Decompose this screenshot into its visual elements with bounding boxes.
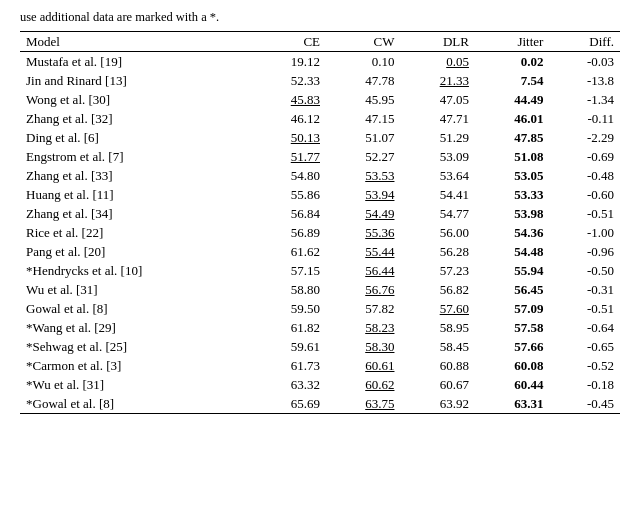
table-row: Engstrom et al. [7]51.7752.2753.0951.08-… [20,147,620,166]
cell-cw: 55.36 [326,223,400,242]
cell-ce: 61.62 [252,242,326,261]
cell-dlr: 56.82 [400,280,474,299]
cell-dlr: 54.41 [400,185,474,204]
cell-ce: 63.32 [252,375,326,394]
cell-cw: 47.78 [326,71,400,90]
cell-ce: 45.83 [252,90,326,109]
cell-cw: 54.49 [326,204,400,223]
cell-model: Mustafa et al. [19] [20,52,252,72]
cell-dlr: 58.95 [400,318,474,337]
table-row: Rice et al. [22]56.8955.3656.0054.36-1.0… [20,223,620,242]
cell-jitter: 57.58 [475,318,549,337]
cell-diff: -0.45 [549,394,620,414]
cell-ce: 61.82 [252,318,326,337]
cell-model: Wong et al. [30] [20,90,252,109]
col-header-ce: CE [252,32,326,52]
cell-model: Gowal et al. [8] [20,299,252,318]
col-header-dlr: DLR [400,32,474,52]
cell-ce: 61.73 [252,356,326,375]
cell-jitter: 0.02 [475,52,549,72]
cell-ce: 58.80 [252,280,326,299]
cell-jitter: 60.44 [475,375,549,394]
cell-cw: 58.23 [326,318,400,337]
table-note: use additional data are marked with a *. [20,10,620,25]
cell-model: *Sehwag et al. [25] [20,337,252,356]
cell-cw: 58.30 [326,337,400,356]
col-header-diff: Diff. [549,32,620,52]
cell-diff: -0.65 [549,337,620,356]
cell-dlr: 53.09 [400,147,474,166]
cell-jitter: 63.31 [475,394,549,414]
col-header-model: Model [20,32,252,52]
cell-diff: -0.18 [549,375,620,394]
cell-diff: -0.31 [549,280,620,299]
table-row: Zhang et al. [34]56.8454.4954.7753.98-0.… [20,204,620,223]
cell-jitter: 51.08 [475,147,549,166]
cell-dlr: 56.00 [400,223,474,242]
cell-diff: -13.8 [549,71,620,90]
cell-cw: 51.07 [326,128,400,147]
cell-diff: -1.00 [549,223,620,242]
cell-diff: -0.48 [549,166,620,185]
cell-cw: 60.61 [326,356,400,375]
cell-dlr: 21.33 [400,71,474,90]
col-header-cw: CW [326,32,400,52]
cell-model: Pang et al. [20] [20,242,252,261]
table-row: Zhang et al. [32]46.1247.1547.7146.01-0.… [20,109,620,128]
cell-ce: 19.12 [252,52,326,72]
cell-model: Zhang et al. [33] [20,166,252,185]
cell-cw: 52.27 [326,147,400,166]
cell-jitter: 7.54 [475,71,549,90]
cell-diff: -0.51 [549,299,620,318]
table-row: Wu et al. [31]58.8056.7656.8256.45-0.31 [20,280,620,299]
cell-diff: -0.52 [549,356,620,375]
col-header-jitter: Jitter [475,32,549,52]
cell-diff: -1.34 [549,90,620,109]
cell-cw: 47.15 [326,109,400,128]
cell-cw: 55.44 [326,242,400,261]
cell-ce: 56.89 [252,223,326,242]
cell-jitter: 53.33 [475,185,549,204]
cell-jitter: 55.94 [475,261,549,280]
cell-cw: 63.75 [326,394,400,414]
cell-dlr: 51.29 [400,128,474,147]
table-row: *Hendrycks et al. [10]57.1556.4457.2355.… [20,261,620,280]
cell-ce: 56.84 [252,204,326,223]
cell-model: *Gowal et al. [8] [20,394,252,414]
table-row: *Gowal et al. [8]65.6963.7563.9263.31-0.… [20,394,620,414]
cell-diff: -0.50 [549,261,620,280]
cell-diff: -0.03 [549,52,620,72]
cell-diff: -0.51 [549,204,620,223]
cell-cw: 45.95 [326,90,400,109]
cell-model: Jin and Rinard [13] [20,71,252,90]
cell-ce: 46.12 [252,109,326,128]
cell-dlr: 53.64 [400,166,474,185]
table-row: *Carmon et al. [3]61.7360.6160.8860.08-0… [20,356,620,375]
cell-dlr: 56.28 [400,242,474,261]
cell-dlr: 60.88 [400,356,474,375]
cell-dlr: 54.77 [400,204,474,223]
cell-dlr: 0.05 [400,52,474,72]
cell-ce: 57.15 [252,261,326,280]
cell-cw: 57.82 [326,299,400,318]
cell-ce: 52.33 [252,71,326,90]
table-row: Pang et al. [20]61.6255.4456.2854.48-0.9… [20,242,620,261]
cell-jitter: 57.66 [475,337,549,356]
table-row: Zhang et al. [33]54.8053.5353.6453.05-0.… [20,166,620,185]
cell-jitter: 47.85 [475,128,549,147]
results-table: Model CE CW DLR Jitter Diff. Mustafa et … [20,31,620,414]
cell-dlr: 57.60 [400,299,474,318]
cell-diff: -0.60 [549,185,620,204]
table-row: Huang et al. [11]55.8653.9454.4153.33-0.… [20,185,620,204]
cell-cw: 56.76 [326,280,400,299]
cell-cw: 56.44 [326,261,400,280]
cell-ce: 50.13 [252,128,326,147]
cell-jitter: 44.49 [475,90,549,109]
cell-dlr: 47.71 [400,109,474,128]
cell-diff: -0.11 [549,109,620,128]
cell-ce: 59.50 [252,299,326,318]
table-row: Mustafa et al. [19]19.120.100.050.02-0.0… [20,52,620,72]
cell-dlr: 47.05 [400,90,474,109]
cell-ce: 65.69 [252,394,326,414]
cell-diff: -0.69 [549,147,620,166]
